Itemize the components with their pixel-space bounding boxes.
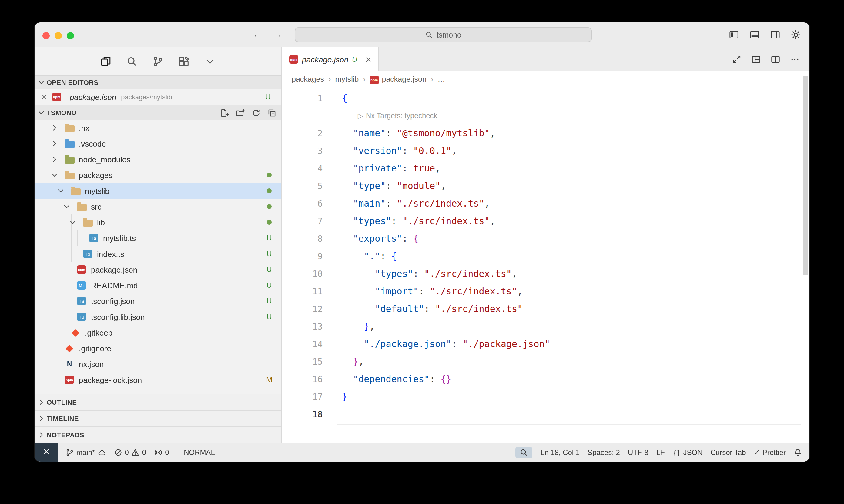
tree-item-.nx[interactable]: .nx: [35, 120, 281, 136]
open-editor-item[interactable]: npm package.json packages/mytslib U: [35, 89, 281, 105]
tree-item-label: .nx: [79, 123, 89, 132]
explorer-section-header[interactable]: TSMONO: [35, 105, 281, 120]
sidebar-section-notepads[interactable]: NOTEPADS: [35, 427, 281, 443]
collapse-folders-button[interactable]: [268, 108, 276, 117]
tree-item-.gitkeep[interactable]: .gitkeep: [35, 325, 281, 340]
code-line[interactable]: "type": "module",: [342, 178, 550, 195]
breadcrumb-item-packages[interactable]: packages: [292, 75, 324, 84]
code-line[interactable]: "import": "./src/index.ts",: [342, 283, 550, 301]
code-line[interactable]: {: [342, 90, 550, 107]
code-line[interactable]: "types": "./src/index.ts",: [342, 265, 550, 283]
code-line[interactable]: "default": "./src/index.ts": [342, 301, 550, 318]
tree-item-mytslib[interactable]: mytslib: [35, 183, 281, 199]
tree-item-package-lock.json[interactable]: npmpackage-lock.jsonM: [35, 372, 281, 388]
tree-item-node_modules[interactable]: node_modules: [35, 151, 281, 167]
status-language-mode[interactable]: {}JSON: [673, 448, 703, 457]
editor-layout-button[interactable]: [751, 55, 761, 64]
remote-indicator[interactable]: [35, 444, 57, 462]
status-cursor-position[interactable]: Ln 18, Col 1: [540, 448, 580, 457]
sidebar-section-timeline[interactable]: TIMELINE: [35, 410, 281, 427]
line-number: 7: [282, 213, 323, 230]
npm-icon: npm: [370, 74, 379, 84]
status-encoding[interactable]: UTF-8: [628, 448, 649, 457]
tree-item-src[interactable]: src: [35, 199, 281, 214]
settings-button[interactable]: [791, 30, 801, 40]
code-line[interactable]: },: [342, 353, 550, 371]
toggle-secondary-sidebar-button[interactable]: [770, 30, 780, 40]
tree-item-packages[interactable]: packages: [35, 167, 281, 183]
warning-icon: [131, 448, 140, 457]
status-vim-mode[interactable]: -- NORMAL --: [177, 448, 222, 457]
toggle-panel-button[interactable]: [750, 30, 760, 40]
new-folder-button[interactable]: [236, 108, 245, 117]
sidebar-section-outline[interactable]: OUTLINE: [35, 394, 281, 410]
breadcrumb-item-package-json[interactable]: npmpackage.json: [370, 74, 427, 84]
status-indentation[interactable]: Spaces: 2: [587, 448, 620, 457]
tree-item-.vscode[interactable]: .vscode: [35, 136, 281, 151]
tree-item-README.md[interactable]: M↓README.mdU: [35, 277, 281, 293]
tree-item-nx.json[interactable]: Nnx.json: [35, 356, 281, 372]
tree-item-tsconfig.lib.json[interactable]: TStsconfig.lib.jsonU: [35, 309, 281, 325]
more-actions-button[interactable]: [790, 55, 800, 64]
status-notifications[interactable]: [794, 448, 802, 457]
code-editor[interactable]: 123456789101112131415161718 {▷Nx Targets…: [282, 87, 809, 443]
activity-search[interactable]: [126, 55, 138, 67]
tab-package-json[interactable]: npm package.json U: [282, 47, 379, 71]
code-line[interactable]: ".": {: [342, 248, 550, 265]
code-line[interactable]: "version": "0.0.1",: [342, 142, 550, 160]
activity-explorer[interactable]: [100, 55, 111, 67]
editor-scrollbar[interactable]: [803, 76, 808, 275]
status-broadcast[interactable]: 0: [154, 448, 169, 457]
code-line[interactable]: "private": true,: [342, 160, 550, 178]
activity-extensions[interactable]: [178, 55, 190, 67]
tree-item-tsconfig.json[interactable]: TStsconfig.jsonU: [35, 293, 281, 309]
traffic-light-zoom[interactable]: [67, 32, 74, 39]
status-cursor-tab[interactable]: Cursor Tab: [711, 448, 746, 457]
status-formatter[interactable]: ✓Prettier: [754, 448, 786, 457]
tree-item-index.ts[interactable]: TSindex.tsU: [35, 246, 281, 262]
status-text: 0: [125, 448, 128, 457]
status-eol[interactable]: LF: [656, 448, 665, 457]
new-file-button[interactable]: [220, 108, 229, 117]
open-editors-header[interactable]: OPEN EDITORS: [35, 75, 281, 89]
activity-more-views[interactable]: [204, 55, 216, 67]
close-icon[interactable]: [41, 93, 48, 101]
codelens[interactable]: ▷Nx Targets: typecheck: [342, 107, 550, 125]
command-center[interactable]: tsmono: [295, 27, 592, 42]
code-line[interactable]: "dependencies": {}: [342, 371, 550, 388]
code-line[interactable]: [342, 406, 550, 424]
toggle-primary-sidebar-button[interactable]: [729, 30, 739, 40]
tab-bar: npm package.json U: [282, 47, 809, 71]
breadcrumb-item-mytslib[interactable]: mytslib: [335, 75, 359, 84]
tabbar-spacer: [379, 47, 732, 71]
breadcrumb-item--[interactable]: …: [437, 75, 445, 84]
tree-item-mytslib.ts[interactable]: TSmytslib.tsU: [35, 230, 281, 246]
status-bar: main*000-- NORMAL -- Ln 18, Col 1Spaces:…: [35, 443, 809, 462]
forward-button[interactable]: →: [272, 29, 282, 40]
code-line[interactable]: "name": "@tsmono/mytslib",: [342, 125, 550, 142]
traffic-light-close[interactable]: [42, 32, 50, 39]
tree-item-.gitignore[interactable]: .gitignore: [35, 340, 281, 356]
line-number: 16: [282, 371, 323, 388]
status-git-branch[interactable]: main*: [66, 448, 106, 457]
back-button[interactable]: ←: [253, 29, 262, 40]
code-line[interactable]: }: [342, 388, 550, 406]
sidebar: OPEN EDITORS npm package.json packages/m…: [35, 47, 282, 443]
code-line[interactable]: "./package.json": "./package.json": [342, 336, 550, 353]
code-line[interactable]: "main": "./src/index.ts",: [342, 195, 550, 213]
indent-guide: [59, 293, 59, 309]
npm-icon: npm: [64, 376, 74, 384]
close-icon[interactable]: [365, 55, 373, 63]
status-problems[interactable]: 00: [114, 448, 146, 457]
tree-item-lib[interactable]: lib: [35, 214, 281, 230]
split-editor-button[interactable]: [771, 55, 780, 64]
tree-item-package.json[interactable]: npmpackage.jsonU: [35, 262, 281, 277]
code-line[interactable]: "types": "./src/index.ts",: [342, 213, 550, 230]
code-line[interactable]: "exports": {: [342, 230, 550, 248]
open-changes-button[interactable]: [732, 55, 742, 64]
traffic-light-minimize[interactable]: [55, 32, 62, 39]
refresh-explorer-button[interactable]: [252, 108, 261, 117]
code-line[interactable]: },: [342, 318, 550, 336]
status-zoom-indicator[interactable]: [516, 447, 533, 458]
activity-source-control[interactable]: [152, 55, 164, 67]
